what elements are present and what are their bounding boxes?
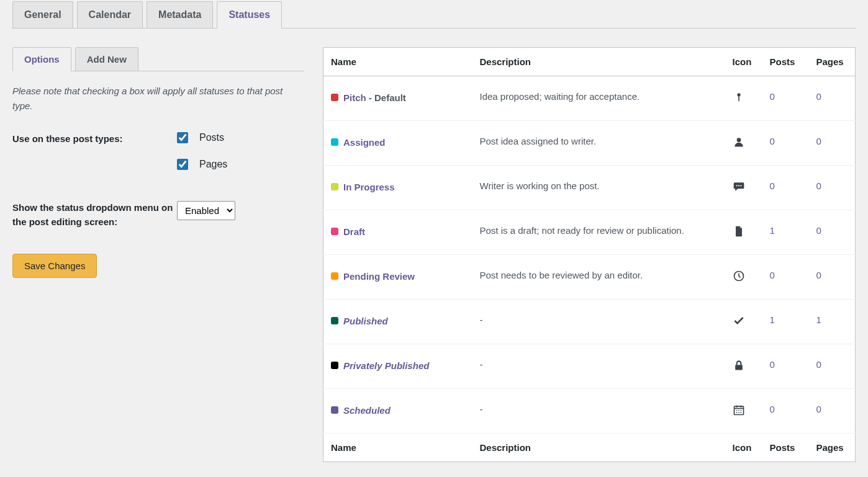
col-header-name: Name xyxy=(323,48,472,76)
pages-count-link[interactable]: 0 xyxy=(816,181,821,191)
tab-calendar[interactable]: Calendar xyxy=(77,1,143,28)
col-header-posts: Posts xyxy=(762,48,809,76)
pages-count-link[interactable]: 0 xyxy=(816,136,821,146)
status-description: Post idea assigned to writer. xyxy=(472,121,725,166)
subtab-add-new[interactable]: Add New xyxy=(75,47,138,71)
table-row: Scheduled-00 xyxy=(323,389,856,434)
col-header-icon: Icon xyxy=(725,48,762,76)
svg-rect-7 xyxy=(735,365,743,370)
status-name-link[interactable]: Published xyxy=(343,316,388,326)
pages-count-link[interactable]: 0 xyxy=(816,225,821,236)
svg-point-12 xyxy=(736,410,737,411)
status-color-dot xyxy=(331,362,338,369)
subtab-options[interactable]: Options xyxy=(12,47,71,71)
statuses-table: Name Description Icon Posts Pages Pitch … xyxy=(323,47,856,462)
status-default-label: - Default xyxy=(366,92,406,103)
statuses-table-panel: Name Description Icon Posts Pages Pitch … xyxy=(323,47,856,462)
posts-count-link[interactable]: 1 xyxy=(770,225,775,236)
pages-count-link[interactable]: 0 xyxy=(816,91,821,102)
col-footer-pages: Pages xyxy=(809,434,856,462)
dropdown-setting-label: Show the status dropdown menu on the pos… xyxy=(12,201,177,229)
table-row: In ProgressWriter is working on the post… xyxy=(323,166,856,210)
table-row: Published-11 xyxy=(323,300,856,344)
checkbox-label-pages[interactable]: Pages xyxy=(199,159,227,170)
table-row: Privately Published-00 xyxy=(323,344,856,389)
posts-count-link[interactable]: 0 xyxy=(770,91,775,102)
save-button[interactable]: Save Changes xyxy=(12,254,97,278)
svg-rect-1 xyxy=(738,96,739,101)
checkbox-posts[interactable] xyxy=(177,132,188,143)
post-types-label: Use on these post types: xyxy=(12,132,177,146)
checkbox-label-posts[interactable]: Posts xyxy=(199,132,224,143)
posts-count-link[interactable]: 0 xyxy=(770,359,775,370)
svg-point-4 xyxy=(738,185,739,186)
svg-point-15 xyxy=(736,412,737,413)
table-row: AssignedPost idea assigned to writer.00 xyxy=(323,121,856,166)
svg-point-13 xyxy=(738,410,739,411)
posts-count-link[interactable]: 0 xyxy=(770,136,775,146)
table-row: Pending ReviewPost needs to be reviewed … xyxy=(323,255,856,300)
status-description: - xyxy=(472,389,725,434)
col-header-description: Description xyxy=(472,48,725,76)
status-color-dot xyxy=(331,406,338,414)
col-footer-icon: Icon xyxy=(725,434,762,462)
col-footer-name: Name xyxy=(323,434,472,462)
svg-point-2 xyxy=(736,138,741,142)
pin-icon xyxy=(725,76,762,121)
status-color-dot xyxy=(331,317,338,324)
document-icon xyxy=(725,210,762,255)
tab-statuses[interactable]: Statuses xyxy=(217,1,282,29)
table-row: DraftPost is a draft; not ready for revi… xyxy=(323,210,856,255)
status-description: Post needs to be reviewed by an editor. xyxy=(472,255,725,300)
lock-icon xyxy=(725,344,762,389)
svg-point-16 xyxy=(738,412,739,413)
status-description: Writer is working on the post. xyxy=(472,166,725,210)
status-description: Idea proposed; waiting for acceptance. xyxy=(472,76,725,121)
status-color-dot xyxy=(331,272,338,280)
check-icon xyxy=(725,300,762,344)
checkbox-pages[interactable] xyxy=(177,159,188,170)
status-name-link[interactable]: Pending Review xyxy=(343,271,415,282)
clock-icon xyxy=(725,255,762,300)
col-footer-description: Description xyxy=(472,434,725,462)
sub-tabs: OptionsAdd New xyxy=(12,47,304,71)
svg-point-3 xyxy=(736,185,737,186)
calendar-icon xyxy=(725,389,762,434)
pages-count-link[interactable]: 0 xyxy=(816,404,821,414)
svg-point-17 xyxy=(740,412,741,413)
status-name-link[interactable]: Pitch xyxy=(343,92,366,103)
status-color-dot xyxy=(331,138,338,146)
pages-count-link[interactable]: 0 xyxy=(816,359,821,370)
status-description: Post is a draft; not ready for review or… xyxy=(472,210,725,255)
tab-general[interactable]: General xyxy=(12,1,73,28)
tab-metadata[interactable]: Metadata xyxy=(147,1,213,28)
posts-count-link[interactable]: 0 xyxy=(770,181,775,191)
svg-point-14 xyxy=(740,410,741,411)
pages-count-link[interactable]: 1 xyxy=(816,314,821,325)
status-name-link[interactable]: Assigned xyxy=(343,137,386,148)
posts-count-link[interactable]: 1 xyxy=(770,314,775,325)
col-header-pages: Pages xyxy=(809,48,856,76)
status-color-dot xyxy=(331,94,338,101)
status-name-link[interactable]: Privately Published xyxy=(343,360,429,371)
status-name-link[interactable]: Draft xyxy=(343,226,365,237)
col-footer-posts: Posts xyxy=(762,434,809,462)
status-description: - xyxy=(472,300,725,344)
settings-note: Please note that checking a box will app… xyxy=(12,84,304,114)
posts-count-link[interactable]: 0 xyxy=(770,270,775,280)
dropdown-enabled-select[interactable]: Enabled xyxy=(177,201,235,220)
status-color-dot xyxy=(331,228,338,235)
status-description: - xyxy=(472,344,725,389)
options-panel: OptionsAdd New Please note that checking… xyxy=(12,47,304,462)
user-icon xyxy=(725,121,762,166)
pages-count-link[interactable]: 0 xyxy=(816,270,821,280)
chat-icon xyxy=(725,166,762,210)
svg-point-5 xyxy=(740,185,741,186)
posts-count-link[interactable]: 0 xyxy=(770,404,775,414)
status-name-link[interactable]: In Progress xyxy=(343,182,395,192)
main-tabs: GeneralCalendarMetadataStatuses xyxy=(12,0,856,29)
status-color-dot xyxy=(331,183,338,190)
status-name-link[interactable]: Scheduled xyxy=(343,405,391,416)
table-row: Pitch - DefaultIdea proposed; waiting fo… xyxy=(323,76,856,121)
